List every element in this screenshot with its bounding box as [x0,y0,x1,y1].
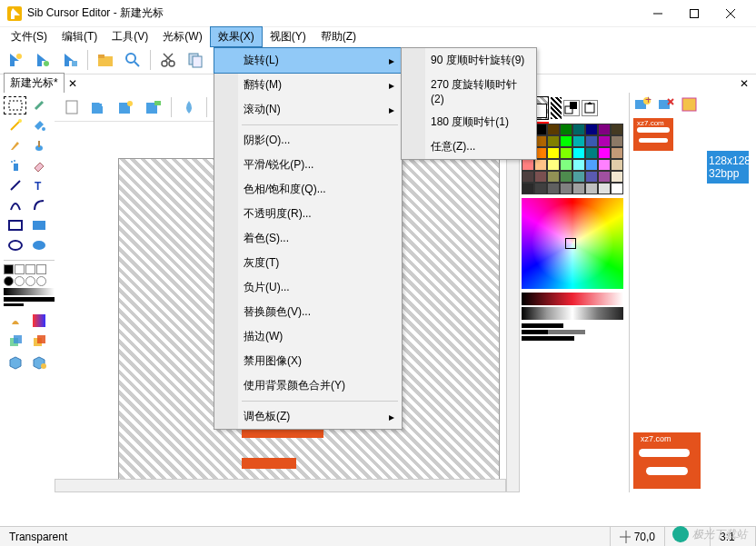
color-swatch[interactable] [585,135,598,147]
menu-view[interactable]: 视图(Y) [263,27,313,46]
canvas-tool-add3[interactable] [142,95,165,119]
color-swatch[interactable] [572,183,585,194]
menu-file[interactable]: 文件(S) [4,27,55,46]
menu-item[interactable]: 替换颜色(V)... [214,300,402,324]
tool-fill[interactable] [27,116,50,134]
menu-item[interactable]: 阴影(O)... [214,128,402,153]
pattern-swatch[interactable] [551,97,562,119]
tool-3d1[interactable] [4,353,26,372]
tool-pencil[interactable] [4,136,26,154]
color-picker[interactable] [522,198,623,289]
tool-search[interactable] [121,48,144,72]
menu-edit[interactable]: 编辑(T) [55,27,104,46]
tool-layer1[interactable] [4,332,26,350]
menu-item[interactable]: 翻转(M)▸ [214,73,402,97]
menu-help[interactable]: 帮助(Z) [313,27,363,46]
tool-folder[interactable] [94,48,117,72]
tool-new[interactable] [4,48,27,72]
color-swatch[interactable] [572,171,585,183]
color-swatch[interactable] [611,135,623,147]
color-swatch[interactable] [598,183,611,194]
tool-gradient[interactable] [27,312,50,330]
menu-item[interactable]: 旋转(L)▸ [214,47,403,74]
tool-save[interactable] [58,48,82,72]
canvas-tool-doc[interactable] [60,95,84,119]
color-swatch[interactable] [598,147,611,159]
menu-item[interactable]: 色相/饱和度(Q)... [214,177,402,202]
menu-item[interactable]: 描边(W) [214,324,402,349]
menu-item[interactable]: 着色(S)... [214,226,402,251]
color-swatch[interactable] [572,135,585,147]
color-swatch[interactable] [585,183,598,194]
color-swatch[interactable] [572,159,585,171]
close-tab-icon[interactable]: ✕ [68,77,77,90]
tool-rect[interactable] [4,216,26,234]
tool-copy[interactable] [184,48,207,72]
color-swatch[interactable] [534,171,547,183]
color-swatch[interactable] [522,183,534,194]
minimize-button[interactable] [640,1,676,26]
menu-item[interactable]: 负片(U)... [214,275,402,300]
tool-open[interactable] [31,48,55,72]
reset-colors-icon[interactable] [582,100,598,116]
close-panel-icon[interactable]: ✕ [740,77,749,90]
preview-thumb[interactable]: xz7.com [633,118,673,151]
tool-3d2[interactable] [27,353,50,372]
opt-3[interactable] [522,336,627,341]
close-button[interactable] [712,1,749,26]
menu-item[interactable]: 调色板(Z)▸ [214,404,402,429]
tool-curve[interactable] [4,196,26,214]
gray-bar[interactable] [522,307,623,320]
tool-arc[interactable] [27,196,50,214]
opt-1[interactable] [522,323,627,328]
preview-del-icon[interactable] [657,96,675,113]
color-swatch[interactable] [598,135,611,147]
menu-item[interactable]: 使用背景颜色合并(Y) [214,373,402,398]
color-swatch[interactable] [560,147,572,159]
canvas-tool-add1[interactable]: + [87,95,111,119]
menu-tools[interactable]: 工具(V) [104,27,155,46]
color-swatch[interactable] [611,159,623,171]
color-swatch[interactable] [560,159,572,171]
menu-item[interactable]: 不透明度(R)... [214,202,402,226]
tool-layer2[interactable] [27,332,50,350]
opacity-slider[interactable] [4,288,55,295]
color-swatch[interactable] [560,171,572,183]
color-swatch[interactable] [522,159,534,171]
color-swatch[interactable] [611,171,623,183]
tool-smudge[interactable] [4,312,26,330]
tool-text[interactable]: T [27,176,50,194]
tool-cut[interactable] [156,48,180,72]
tool-wand[interactable] [4,116,26,134]
menu-item[interactable]: 禁用图像(X) [214,349,402,373]
document-tab[interactable]: 新建光标* [4,73,65,93]
color-swatch[interactable] [585,159,598,171]
color-swatch[interactable] [560,183,572,194]
tool-spray[interactable] [4,156,26,174]
preview-save-icon[interactable] [681,96,699,113]
tool-eraser[interactable] [27,156,50,174]
color-swatch[interactable] [534,183,547,194]
swap-colors-icon[interactable] [563,100,580,116]
canvas-tool-drop[interactable] [177,95,201,119]
menu-item[interactable]: 平滑/锐化(P)... [214,153,402,177]
color-swatch[interactable] [585,171,598,183]
opt-2[interactable] [522,330,627,334]
color-swatch[interactable] [547,183,560,194]
scrollbar-horizontal[interactable] [55,479,506,492]
color-swatch[interactable] [611,183,623,194]
tool-ellipse-fill[interactable] [27,236,50,254]
canvas-tool-add2[interactable] [114,95,138,119]
preview-add-icon[interactable]: + [633,96,652,113]
color-swatch[interactable] [547,159,560,171]
color-swatch[interactable] [611,147,623,159]
maximize-button[interactable] [676,1,712,26]
color-swatch[interactable] [560,135,572,147]
color-grid[interactable] [522,124,627,194]
color-swatch[interactable] [598,159,611,171]
hue-bar[interactable] [522,293,623,305]
menu-item[interactable]: 滚动(N)▸ [214,97,402,122]
color-swatch[interactable] [572,147,585,159]
menu-cursor[interactable]: 光标(W) [155,27,209,46]
color-swatch[interactable] [585,147,598,159]
